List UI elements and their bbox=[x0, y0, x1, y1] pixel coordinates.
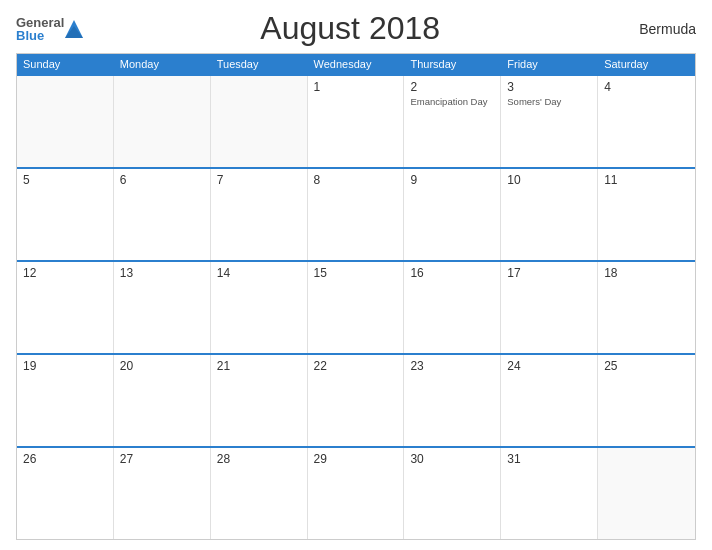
logo-icon bbox=[65, 20, 83, 38]
day-cell: 13 bbox=[114, 262, 211, 353]
day-cell: 15 bbox=[308, 262, 405, 353]
day-cell: 30 bbox=[404, 448, 501, 539]
day-header-friday: Friday bbox=[501, 54, 598, 74]
day-cell: 1 bbox=[308, 76, 405, 167]
day-cell: 18 bbox=[598, 262, 695, 353]
day-header-thursday: Thursday bbox=[404, 54, 501, 74]
day-number: 27 bbox=[120, 452, 204, 466]
day-cell: 20 bbox=[114, 355, 211, 446]
day-cell bbox=[211, 76, 308, 167]
day-header-wednesday: Wednesday bbox=[308, 54, 405, 74]
week-row-2: 567891011 bbox=[17, 167, 695, 260]
day-number: 25 bbox=[604, 359, 689, 373]
week-row-3: 12131415161718 bbox=[17, 260, 695, 353]
day-cell: 2Emancipation Day bbox=[404, 76, 501, 167]
day-cell: 17 bbox=[501, 262, 598, 353]
day-number: 4 bbox=[604, 80, 689, 94]
day-number: 29 bbox=[314, 452, 398, 466]
day-header-sunday: Sunday bbox=[17, 54, 114, 74]
day-number: 30 bbox=[410, 452, 494, 466]
day-cell: 26 bbox=[17, 448, 114, 539]
day-number: 1 bbox=[314, 80, 398, 94]
day-number: 18 bbox=[604, 266, 689, 280]
day-number: 24 bbox=[507, 359, 591, 373]
day-number: 20 bbox=[120, 359, 204, 373]
day-cell: 9 bbox=[404, 169, 501, 260]
week-row-5: 262728293031 bbox=[17, 446, 695, 539]
day-cell: 23 bbox=[404, 355, 501, 446]
day-number: 11 bbox=[604, 173, 689, 187]
day-cell: 21 bbox=[211, 355, 308, 446]
day-cell bbox=[114, 76, 211, 167]
day-event: Somers' Day bbox=[507, 96, 591, 108]
day-number: 3 bbox=[507, 80, 591, 94]
day-cell: 28 bbox=[211, 448, 308, 539]
calendar-title: August 2018 bbox=[84, 10, 616, 47]
day-number: 31 bbox=[507, 452, 591, 466]
day-number: 23 bbox=[410, 359, 494, 373]
region-label: Bermuda bbox=[616, 21, 696, 37]
day-number: 22 bbox=[314, 359, 398, 373]
day-cell: 10 bbox=[501, 169, 598, 260]
day-cell bbox=[17, 76, 114, 167]
week-row-4: 19202122232425 bbox=[17, 353, 695, 446]
day-cell: 31 bbox=[501, 448, 598, 539]
day-cell: 16 bbox=[404, 262, 501, 353]
day-cell: 12 bbox=[17, 262, 114, 353]
day-cell: 24 bbox=[501, 355, 598, 446]
day-number: 21 bbox=[217, 359, 301, 373]
day-cell: 6 bbox=[114, 169, 211, 260]
day-number: 2 bbox=[410, 80, 494, 94]
day-cell: 22 bbox=[308, 355, 405, 446]
day-cell: 19 bbox=[17, 355, 114, 446]
day-cell: 25 bbox=[598, 355, 695, 446]
day-cell: 3Somers' Day bbox=[501, 76, 598, 167]
header: General Blue August 2018 Bermuda bbox=[16, 10, 696, 47]
logo: General Blue bbox=[16, 16, 84, 42]
day-cell: 27 bbox=[114, 448, 211, 539]
day-number: 14 bbox=[217, 266, 301, 280]
day-header-tuesday: Tuesday bbox=[211, 54, 308, 74]
day-cell: 14 bbox=[211, 262, 308, 353]
day-number: 8 bbox=[314, 173, 398, 187]
day-header-saturday: Saturday bbox=[598, 54, 695, 74]
week-row-1: 12Emancipation Day3Somers' Day4 bbox=[17, 74, 695, 167]
day-header-monday: Monday bbox=[114, 54, 211, 74]
svg-marker-1 bbox=[65, 26, 83, 38]
day-number: 12 bbox=[23, 266, 107, 280]
logo-blue-text: Blue bbox=[16, 29, 64, 42]
day-number: 9 bbox=[410, 173, 494, 187]
day-cell: 4 bbox=[598, 76, 695, 167]
day-number: 7 bbox=[217, 173, 301, 187]
day-cell: 8 bbox=[308, 169, 405, 260]
day-cell: 7 bbox=[211, 169, 308, 260]
day-number: 28 bbox=[217, 452, 301, 466]
day-number: 6 bbox=[120, 173, 204, 187]
day-number: 10 bbox=[507, 173, 591, 187]
day-number: 5 bbox=[23, 173, 107, 187]
day-number: 15 bbox=[314, 266, 398, 280]
day-cell bbox=[598, 448, 695, 539]
page: General Blue August 2018 Bermuda SundayM… bbox=[0, 0, 712, 550]
day-event: Emancipation Day bbox=[410, 96, 494, 108]
day-cell: 5 bbox=[17, 169, 114, 260]
day-number: 19 bbox=[23, 359, 107, 373]
day-headers: SundayMondayTuesdayWednesdayThursdayFrid… bbox=[17, 54, 695, 74]
day-cell: 11 bbox=[598, 169, 695, 260]
day-number: 16 bbox=[410, 266, 494, 280]
day-number: 17 bbox=[507, 266, 591, 280]
logo-general-text: General bbox=[16, 16, 64, 29]
calendar: SundayMondayTuesdayWednesdayThursdayFrid… bbox=[16, 53, 696, 540]
day-number: 13 bbox=[120, 266, 204, 280]
weeks: 12Emancipation Day3Somers' Day4567891011… bbox=[17, 74, 695, 539]
day-number: 26 bbox=[23, 452, 107, 466]
day-cell: 29 bbox=[308, 448, 405, 539]
